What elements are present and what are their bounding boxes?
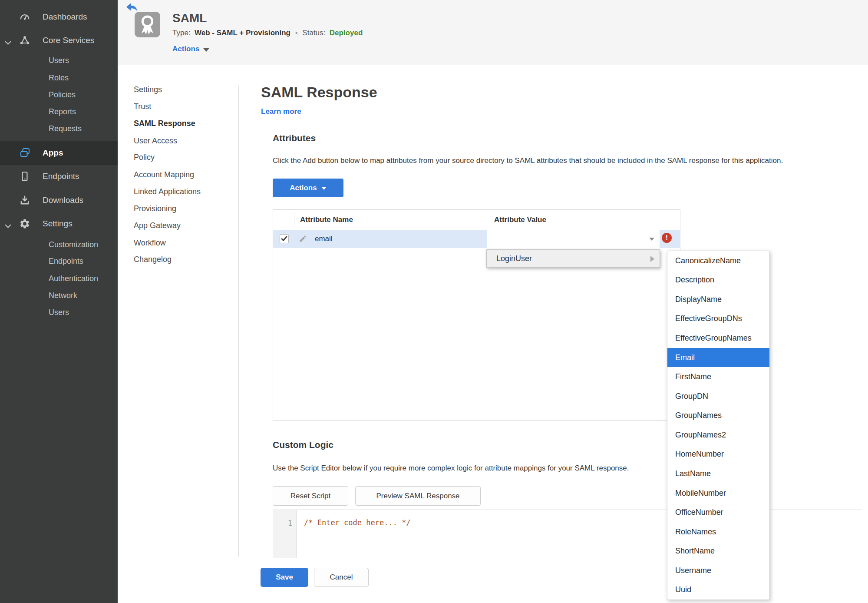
chevron-down-icon bbox=[203, 48, 209, 52]
sidebar-item-network[interactable]: Network bbox=[0, 287, 118, 304]
app-title: SAML bbox=[172, 11, 207, 25]
tab-changelog[interactable]: Changelog bbox=[134, 251, 172, 268]
page-title: SAML Response bbox=[261, 84, 377, 101]
column-header-attribute-value: Attribute Value bbox=[494, 210, 546, 230]
menu-item-displayname[interactable]: DisplayName bbox=[667, 290, 769, 309]
menu-item-groupdn[interactable]: GroupDN bbox=[667, 387, 769, 406]
sidebar: Dashboards Core Services Users Roles Pol… bbox=[0, 0, 118, 603]
value-menu-loginuser[interactable]: LoginUser bbox=[486, 249, 660, 268]
cancel-button[interactable]: Cancel bbox=[314, 568, 369, 587]
sidebar-item-roles[interactable]: Roles bbox=[0, 69, 118, 86]
menu-item-lastname[interactable]: LastName bbox=[667, 464, 769, 484]
menu-item-groupnames[interactable]: GroupNames bbox=[667, 406, 769, 426]
table-row[interactable]: email bbox=[273, 230, 680, 248]
tab-saml-response[interactable]: SAML Response bbox=[134, 115, 195, 132]
sidebar-item-endpoints[interactable]: Endpoints bbox=[0, 168, 118, 185]
back-arrow-icon[interactable] bbox=[126, 3, 138, 12]
menu-item-effectivegroupdns[interactable]: EffectiveGroupDNs bbox=[667, 309, 769, 329]
table-header-row: Attribute Name Attribute Value bbox=[273, 210, 680, 230]
download-icon bbox=[19, 195, 30, 206]
custom-logic-heading: Custom Logic bbox=[273, 440, 333, 450]
menu-item-groupnames2[interactable]: GroupNames2 bbox=[667, 425, 769, 445]
sidebar-item-apps[interactable]: Apps bbox=[0, 141, 118, 165]
sidebar-item-users[interactable]: Users bbox=[0, 52, 118, 69]
script-editor-border bbox=[273, 510, 862, 510]
status-badge: Deployed bbox=[330, 29, 363, 37]
separator-dot: • bbox=[293, 29, 300, 37]
saml-app-page: Dashboards Core Services Users Roles Pol… bbox=[0, 0, 868, 603]
chevron-down-icon[interactable] bbox=[5, 221, 11, 231]
row-checkbox[interactable] bbox=[280, 234, 289, 243]
tab-policy[interactable]: Policy bbox=[134, 149, 155, 166]
learn-more-link[interactable]: Learn more bbox=[261, 107, 301, 116]
status-label: Status: bbox=[302, 29, 325, 37]
core-services-icon bbox=[19, 35, 30, 46]
sidebar-item-label: Endpoints bbox=[43, 172, 79, 181]
attribute-name-cell: email bbox=[315, 230, 333, 248]
menu-item-uuid[interactable]: Uuid bbox=[667, 580, 769, 600]
sidebar-item-dashboards[interactable]: Dashboards bbox=[0, 8, 118, 26]
reset-script-button[interactable]: Reset Script bbox=[273, 486, 348, 506]
sidebar-item-reports[interactable]: Reports bbox=[0, 103, 118, 120]
sidebar-item-settings[interactable]: Settings bbox=[0, 215, 118, 232]
attribute-value-dropdown[interactable] bbox=[487, 230, 660, 248]
sidebar-item-policies[interactable]: Policies bbox=[0, 86, 118, 103]
type-label: Type: bbox=[172, 29, 191, 37]
tab-provisioning[interactable]: Provisioning bbox=[134, 200, 176, 217]
menu-item-effectivegroupnames[interactable]: EffectiveGroupNames bbox=[667, 328, 769, 348]
loginuser-attributes-submenu: CanonicalizeName Description DisplayName… bbox=[667, 251, 770, 600]
tab-workflow[interactable]: Workflow bbox=[134, 235, 166, 251]
submenu-arrow-icon bbox=[650, 256, 654, 262]
menu-item-officenumber[interactable]: OfficeNumber bbox=[667, 503, 769, 522]
menu-item-description[interactable]: Description bbox=[667, 271, 769, 290]
sidebar-item-authentication[interactable]: Authentication bbox=[0, 270, 118, 287]
tab-app-gateway[interactable]: App Gateway bbox=[134, 217, 181, 234]
menu-item-rolenames[interactable]: RoleNames bbox=[667, 522, 769, 542]
menu-item-canonicalizename[interactable]: CanonicalizeName bbox=[667, 251, 769, 271]
header-actions-menu[interactable]: Actions bbox=[172, 45, 209, 53]
menu-item-shortname[interactable]: ShortName bbox=[667, 541, 769, 561]
preview-saml-response-button[interactable]: Preview SAML Response bbox=[355, 486, 481, 506]
sidebar-item-downloads[interactable]: Downloads bbox=[0, 192, 118, 209]
attributes-actions-button[interactable]: Actions bbox=[273, 179, 343, 197]
gear-icon bbox=[19, 218, 30, 229]
saml-app-icon bbox=[135, 12, 160, 37]
sidebar-item-label: Apps bbox=[43, 148, 63, 158]
content-divider bbox=[238, 86, 239, 557]
menu-item-firstname[interactable]: FirstName bbox=[667, 367, 769, 387]
chevron-down-icon bbox=[649, 238, 654, 241]
sidebar-item-label: Core Services bbox=[43, 36, 94, 45]
type-value: Web - SAML + Provisioning bbox=[195, 29, 290, 37]
script-editor-gutter: 1 bbox=[273, 510, 297, 558]
save-button[interactable]: Save bbox=[261, 568, 308, 587]
tab-linked-applications[interactable]: Linked Applications bbox=[134, 183, 201, 200]
sidebar-item-label: Dashboards bbox=[43, 12, 87, 22]
chevron-down-icon bbox=[321, 187, 327, 190]
tab-account-mapping[interactable]: Account Mapping bbox=[134, 166, 194, 183]
sidebar-item-core-services[interactable]: Core Services bbox=[0, 32, 118, 49]
sidebar-item-label: Settings bbox=[43, 219, 73, 229]
sidebar-item-customization[interactable]: Customization bbox=[0, 236, 118, 253]
script-editor-code[interactable]: /* Enter code here... */ bbox=[304, 518, 411, 527]
menu-item-email[interactable]: Email bbox=[667, 348, 769, 368]
menu-item-mobilenumber[interactable]: MobileNumber bbox=[667, 484, 769, 503]
attributes-table: Attribute Name Attribute Value email bbox=[273, 209, 680, 421]
menu-item-homenumber[interactable]: HomeNumber bbox=[667, 445, 769, 464]
tab-settings[interactable]: Settings bbox=[134, 81, 162, 98]
line-number: 1 bbox=[288, 519, 292, 527]
custom-logic-description: Use the Script Editor below if you requi… bbox=[273, 464, 629, 473]
column-header-attribute-name: Attribute Name bbox=[300, 210, 353, 230]
sidebar-item-settings-users[interactable]: Users bbox=[0, 304, 118, 321]
error-icon: ! bbox=[662, 233, 672, 243]
apps-icon bbox=[19, 147, 30, 158]
sidebar-item-requests[interactable]: Requests bbox=[0, 120, 118, 137]
sidebar-item-settings-endpoints[interactable]: Endpoints bbox=[0, 252, 118, 270]
app-meta: Type: Web - SAML + Provisioning • Status… bbox=[172, 29, 363, 37]
menu-item-username[interactable]: Username bbox=[667, 561, 769, 580]
tab-trust[interactable]: Trust bbox=[134, 98, 151, 115]
chevron-down-icon[interactable] bbox=[5, 38, 11, 47]
gauge-icon bbox=[19, 11, 30, 23]
tab-user-access[interactable]: User Access bbox=[134, 133, 177, 149]
edit-pencil-icon[interactable] bbox=[299, 235, 307, 243]
attributes-description: Click the Add button below to map attrib… bbox=[273, 156, 783, 165]
